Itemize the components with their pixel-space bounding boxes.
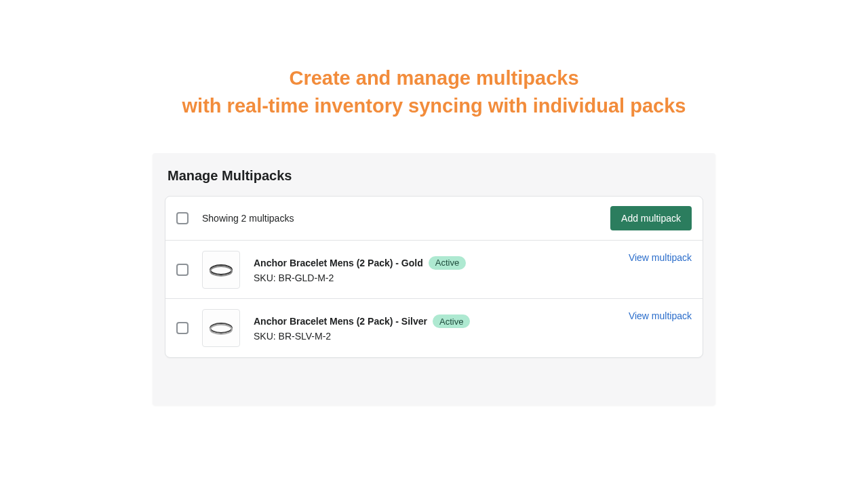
- table-row: Anchor Bracelet Mens (2 Pack) - Gold Act…: [165, 241, 703, 299]
- row-checkbox[interactable]: [176, 264, 189, 276]
- product-thumbnail: [202, 251, 240, 289]
- view-multipack-link[interactable]: View multipack: [629, 252, 692, 263]
- status-badge: Active: [433, 314, 470, 328]
- status-badge: Active: [429, 256, 466, 270]
- hero-line-1: Create and manage multipacks: [289, 67, 578, 89]
- bracelet-icon: [206, 259, 236, 281]
- table-row: Anchor Bracelet Mens (2 Pack) - Silver A…: [165, 299, 703, 357]
- row-checkbox[interactable]: [176, 322, 189, 334]
- select-all-checkbox[interactable]: [176, 212, 189, 224]
- showing-count: Showing 2 multipacks: [202, 213, 294, 224]
- bracelet-icon: [206, 317, 236, 339]
- product-name: Anchor Bracelet Mens (2 Pack) - Silver: [254, 316, 427, 327]
- product-thumbnail: [202, 309, 240, 347]
- view-multipack-link[interactable]: View multipack: [629, 310, 692, 321]
- product-name: Anchor Bracelet Mens (2 Pack) - Gold: [254, 258, 423, 268]
- product-sku: SKU: BR-GLD-M-2: [254, 272, 629, 283]
- manage-multipacks-panel: Manage Multipacks Showing 2 multipacks A…: [153, 153, 715, 405]
- product-sku: SKU: BR-SLV-M-2: [254, 331, 629, 342]
- add-multipack-button[interactable]: Add multipack: [610, 206, 692, 230]
- panel-title: Manage Multipacks: [165, 168, 703, 196]
- multipacks-card: Showing 2 multipacks Add multipack Ancho…: [165, 196, 703, 358]
- hero-heading: Create and manage multipacks with real-t…: [0, 0, 868, 146]
- hero-line-2: with real-time inventory syncing with in…: [182, 95, 686, 117]
- card-header: Showing 2 multipacks Add multipack: [165, 197, 703, 241]
